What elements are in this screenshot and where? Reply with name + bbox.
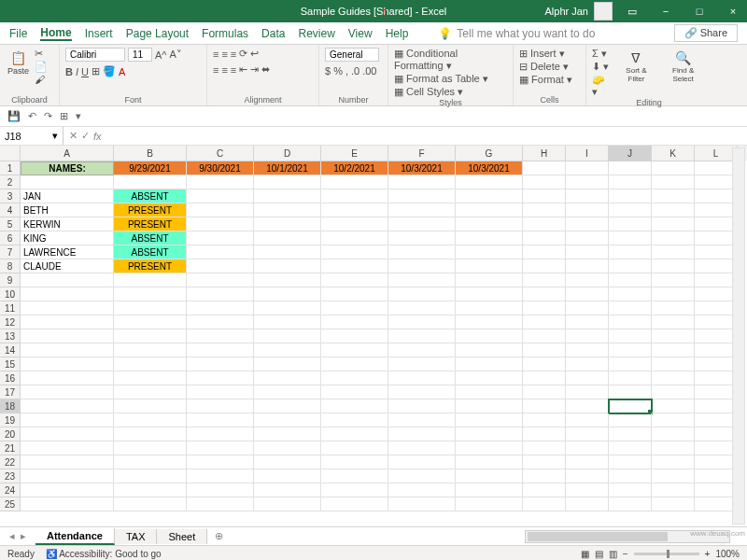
align-center-icon[interactable]: ≡ [221, 64, 227, 76]
col-header-j[interactable]: J [609, 146, 652, 161]
cell[interactable] [187, 245, 254, 259]
cell[interactable] [652, 175, 695, 189]
cell[interactable] [254, 469, 321, 483]
cell[interactable] [114, 385, 187, 399]
row-header-10[interactable]: 10 [0, 287, 21, 301]
cell[interactable] [609, 399, 652, 413]
cell[interactable] [566, 371, 609, 385]
cell[interactable] [388, 455, 456, 469]
cell[interactable] [187, 455, 254, 469]
format-as-table-button[interactable]: ▦ Format as Table ▾ [394, 73, 488, 85]
cell[interactable] [254, 217, 321, 231]
col-header-i[interactable]: I [566, 146, 609, 161]
cell[interactable] [523, 399, 566, 413]
undo-icon[interactable]: ↶ [28, 110, 36, 122]
cell[interactable] [609, 371, 652, 385]
cell[interactable] [523, 175, 566, 189]
cell[interactable] [566, 217, 609, 231]
cell[interactable] [609, 343, 652, 357]
cell[interactable] [566, 273, 609, 287]
cell[interactable] [523, 259, 566, 273]
cell[interactable] [114, 455, 187, 469]
cell[interactable] [566, 469, 609, 483]
cell[interactable]: 10/3/2021 [456, 161, 523, 175]
cell[interactable]: 10/1/2021 [254, 161, 321, 175]
cell[interactable] [388, 385, 456, 399]
cut-icon[interactable]: ✂ [35, 48, 48, 60]
cell[interactable] [566, 357, 609, 371]
clear-icon[interactable]: 🧽 ▾ [592, 74, 613, 98]
cell[interactable] [456, 273, 523, 287]
cell[interactable] [523, 413, 566, 427]
format-painter-icon[interactable]: 🖌 [35, 74, 48, 85]
cell[interactable] [609, 161, 652, 175]
status-accessibility[interactable]: ♿ Accessibility: Good to go [46, 549, 162, 559]
cell[interactable] [652, 469, 695, 483]
row-header-22[interactable]: 22 [0, 455, 21, 469]
row-header-14[interactable]: 14 [0, 343, 21, 357]
cell[interactable] [523, 371, 566, 385]
cell[interactable] [187, 273, 254, 287]
tab-review[interactable]: Review [298, 27, 334, 40]
cell[interactable] [321, 245, 388, 259]
cell[interactable] [388, 469, 456, 483]
cell[interactable] [254, 259, 321, 273]
tab-formulas[interactable]: Formulas [202, 27, 248, 40]
cancel-formula-icon[interactable]: ✕ [69, 130, 78, 142]
align-left-icon[interactable]: ≡ [213, 64, 218, 76]
cell[interactable] [187, 469, 254, 483]
cell[interactable] [321, 259, 388, 273]
cell[interactable] [609, 287, 652, 301]
orientation-icon[interactable]: ⟳ [239, 48, 247, 60]
cell[interactable] [321, 315, 388, 329]
row-header-13[interactable]: 13 [0, 329, 21, 343]
fill-color-icon[interactable]: 🪣 [103, 65, 116, 77]
cell[interactable] [21, 371, 114, 385]
cell[interactable]: ABSENT [114, 189, 187, 203]
cell[interactable] [652, 483, 695, 497]
cell[interactable] [388, 399, 456, 413]
cell[interactable] [609, 301, 652, 315]
row-header-9[interactable]: 9 [0, 273, 21, 287]
cell[interactable] [187, 385, 254, 399]
cell[interactable] [523, 273, 566, 287]
sheet-prev-icon[interactable]: ◂ [9, 530, 15, 542]
cell[interactable] [321, 343, 388, 357]
share-button[interactable]: 🔗 Share [674, 24, 738, 42]
cell[interactable] [254, 483, 321, 497]
cell[interactable] [114, 301, 187, 315]
cell[interactable] [456, 497, 523, 511]
cell[interactable] [114, 483, 187, 497]
cell[interactable] [609, 217, 652, 231]
cell[interactable] [456, 399, 523, 413]
cell[interactable] [321, 203, 388, 217]
cell[interactable] [388, 329, 456, 343]
indent-right-icon[interactable]: ⇥ [250, 63, 259, 76]
row-header-20[interactable]: 20 [0, 427, 21, 441]
cell[interactable] [321, 175, 388, 189]
cell[interactable] [456, 441, 523, 455]
row-header-2[interactable]: 2 [0, 175, 21, 189]
cell[interactable] [566, 259, 609, 273]
select-all-corner[interactable] [0, 146, 21, 161]
cell[interactable] [652, 189, 695, 203]
cell[interactable] [566, 301, 609, 315]
indent-left-icon[interactable]: ⇤ [239, 63, 247, 76]
col-header-f[interactable]: F [388, 146, 456, 161]
cell[interactable] [609, 245, 652, 259]
cell[interactable] [652, 427, 695, 441]
cell[interactable] [609, 273, 652, 287]
add-sheet-button[interactable]: ⊕ [207, 528, 231, 544]
cell[interactable] [566, 455, 609, 469]
qat-icon-5[interactable]: ▾ [76, 110, 81, 122]
cell[interactable] [254, 273, 321, 287]
sort-filter-button[interactable]: ᐁSort & Filter [616, 48, 657, 85]
cell[interactable] [114, 441, 187, 455]
cell[interactable] [456, 245, 523, 259]
align-top-icon[interactable]: ≡ [213, 49, 218, 60]
cell[interactable] [652, 245, 695, 259]
cell[interactable] [609, 427, 652, 441]
tab-view[interactable]: View [348, 27, 373, 40]
cell[interactable] [187, 483, 254, 497]
cell[interactable] [388, 413, 456, 427]
